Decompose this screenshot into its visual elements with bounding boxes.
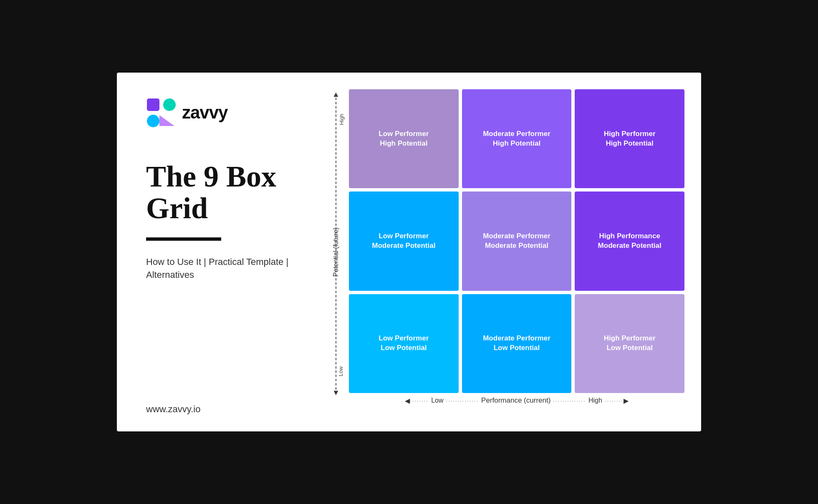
- grid-box-label-row2-col0: Low Performer Low Potential: [379, 334, 429, 353]
- left-panel: zavvy The 9 Box Grid How to Use It | Pra…: [117, 73, 317, 431]
- grid-container: ▲ ▼ High Potential (future) Low Low Perf…: [326, 89, 684, 415]
- grid-box-label-row1-col2: High Performance Moderate Potential: [598, 232, 661, 251]
- subtitle: How to Use It | Practical Template | Alt…: [146, 256, 292, 282]
- grid-box-row1-col0: Low Performer Moderate Potential: [349, 192, 459, 290]
- grid-box-label-row2-col2: High Performer Low Potential: [604, 334, 656, 353]
- y-arrow-bottom-icon: ▼: [332, 388, 340, 397]
- divider-bar: [146, 237, 221, 241]
- main-title: The 9 Box Grid: [146, 161, 292, 224]
- y-low-label: Low: [338, 367, 344, 377]
- svg-rect-0: [147, 98, 159, 111]
- grid-box-row0-col2: High Performer High Potential: [575, 89, 684, 188]
- svg-point-2: [147, 115, 159, 127]
- grid-box-label-row0-col0: Low Performer High Potential: [379, 129, 429, 149]
- grid-box-row0-col1: Moderate Performer High Potential: [462, 89, 572, 188]
- grid-box-label-row0-col1: Moderate Performer High Potential: [483, 129, 550, 149]
- svg-marker-3: [159, 115, 174, 126]
- grid-box-row1-col1: Moderate Performer Moderate Potential: [462, 192, 572, 290]
- x-arrow-right-icon: ▶: [624, 397, 629, 405]
- grid-box-row2-col2: High Performer Low Potential: [575, 294, 684, 393]
- nine-box-grid: Low Performer High PotentialModerate Per…: [349, 89, 684, 393]
- website-url: www.zavvy.io: [146, 404, 292, 415]
- grid-and-xaxis: Low Performer High PotentialModerate Per…: [349, 89, 684, 415]
- grid-box-row2-col1: Moderate Performer Low Potential: [462, 294, 572, 393]
- grid-box-label-row2-col1: Moderate Performer Low Potential: [483, 334, 550, 353]
- grid-box-row2-col0: Low Performer Low Potential: [349, 294, 459, 393]
- x-dashes-mid-right: ··············: [553, 398, 586, 404]
- grid-box-label-row0-col2: High Performer High Potential: [604, 129, 656, 149]
- y-axis-title: Potential (future): [332, 227, 340, 277]
- x-axis-title: Performance (current): [481, 396, 550, 405]
- x-dashes-left: ········: [410, 398, 429, 404]
- grid-box-row1-col2: High Performance Moderate Potential: [575, 192, 684, 290]
- x-dashes-right: ········: [605, 398, 624, 404]
- x-high-label: High: [588, 397, 602, 404]
- svg-point-1: [163, 98, 176, 111]
- grid-box-row0-col0: Low Performer High Potential: [349, 89, 459, 188]
- x-axis-line: ◀ ········ Low ·············· Performanc…: [349, 396, 684, 405]
- right-panel: ▲ ▼ High Potential (future) Low Low Perf…: [317, 73, 701, 431]
- logo-name: zavvy: [182, 103, 227, 123]
- grid-box-label-row1-col0: Low Performer Moderate Potential: [372, 232, 435, 251]
- x-axis-wrapper: ◀ ········ Low ·············· Performanc…: [349, 396, 684, 415]
- slide: zavvy The 9 Box Grid How to Use It | Pra…: [117, 73, 701, 431]
- y-high-label: High: [338, 114, 345, 125]
- logo-area: zavvy: [146, 98, 292, 128]
- x-arrow-left-icon: ◀: [405, 397, 410, 405]
- y-axis: ▲ ▼ High Potential (future) Low: [326, 89, 346, 415]
- grid-box-label-row1-col1: Moderate Performer Moderate Potential: [483, 232, 550, 251]
- x-low-label: Low: [431, 397, 443, 404]
- zavvy-logo-icon: [146, 98, 176, 128]
- x-dashes-mid-left: ··············: [446, 398, 479, 404]
